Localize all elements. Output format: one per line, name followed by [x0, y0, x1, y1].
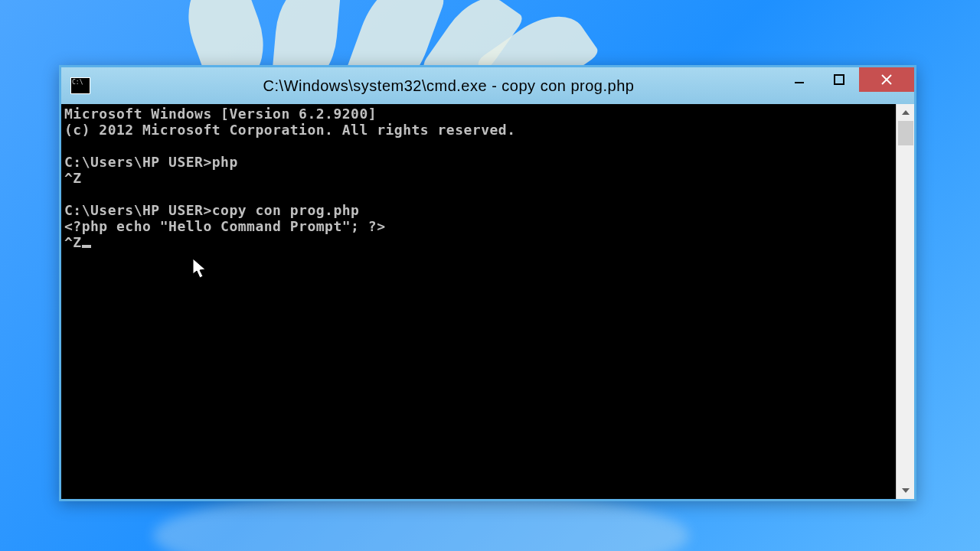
scroll-track[interactable]	[897, 121, 914, 482]
close-icon	[880, 73, 893, 86]
scroll-up-arrow-icon[interactable]	[897, 104, 915, 121]
console-output[interactable]: Microsoft Windows [Version 6.2.9200] (c)…	[61, 104, 896, 499]
cmd-window: C:\Windows\system32\cmd.exe - copy con p…	[59, 65, 916, 501]
svg-marker-5	[902, 488, 910, 493]
vertical-scrollbar[interactable]	[896, 104, 914, 499]
console-line: C:\Users\HP USER>php	[64, 154, 238, 170]
console-line: ^Z	[64, 170, 82, 186]
titlebar[interactable]: C:\Windows\system32\cmd.exe - copy con p…	[61, 67, 914, 104]
console-line: <?php echo "Hello Command Prompt"; ?>	[64, 218, 385, 234]
minimize-button[interactable]	[779, 67, 819, 92]
console-line: (c) 2012 Microsoft Corporation. All righ…	[64, 122, 516, 138]
scroll-down-arrow-icon[interactable]	[897, 482, 915, 499]
svg-rect-0	[795, 82, 804, 83]
minimize-icon	[794, 74, 805, 85]
window-controls	[779, 67, 914, 92]
maximize-button[interactable]	[819, 67, 859, 92]
console-line: ^Z	[64, 234, 82, 250]
text-cursor	[82, 245, 91, 248]
console-line: C:\Users\HP USER>copy con prog.php	[64, 202, 359, 218]
console-line: Microsoft Windows [Version 6.2.9200]	[64, 106, 377, 122]
svg-marker-4	[902, 110, 910, 115]
cmd-icon	[70, 77, 90, 94]
scroll-thumb[interactable]	[898, 121, 913, 145]
maximize-icon	[834, 74, 844, 85]
svg-rect-1	[835, 75, 844, 84]
close-button[interactable]	[859, 67, 914, 92]
